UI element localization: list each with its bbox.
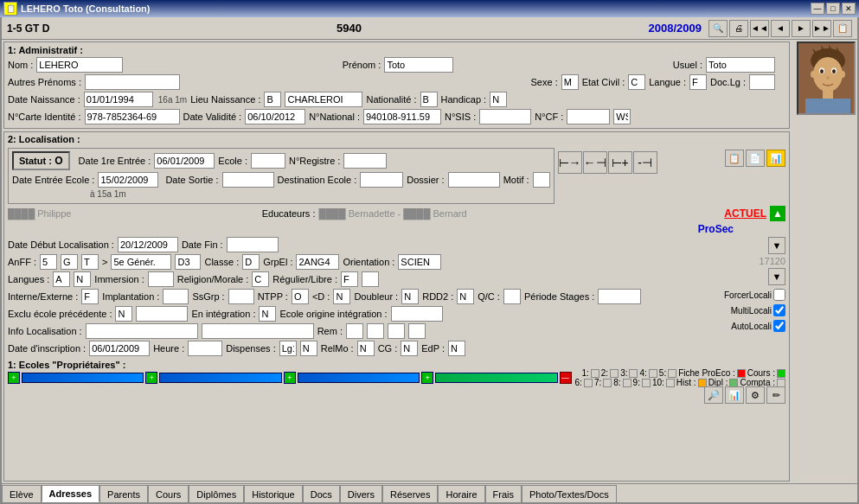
- tab-cours[interactable]: Cours: [148, 485, 189, 502]
- clipboard-icon-btn[interactable]: 📋: [833, 20, 852, 37]
- langues-input[interactable]: [53, 271, 70, 287]
- regulier-input[interactable]: [341, 271, 358, 287]
- nav-first-loc-btn[interactable]: ⊢→: [558, 151, 582, 174]
- dispenses-n-input[interactable]: [300, 341, 317, 356]
- exclu-val-input[interactable]: [136, 306, 188, 322]
- tab-adresses[interactable]: Adresses: [42, 485, 100, 502]
- classe-input[interactable]: [242, 254, 260, 270]
- auto-locali-checkbox[interactable]: [773, 320, 785, 332]
- nav-del-btn[interactable]: -⊣: [633, 151, 657, 174]
- date-debut-loc-input[interactable]: [118, 237, 178, 252]
- ncf-input[interactable]: [567, 109, 610, 124]
- down-arrow-btn2[interactable]: ▼: [768, 268, 785, 285]
- date-fin-input[interactable]: [227, 237, 279, 252]
- tab-docs[interactable]: Docs: [303, 485, 340, 502]
- ssgrp-input[interactable]: [228, 289, 254, 304]
- religion-input[interactable]: [252, 271, 269, 287]
- search-icon-btn[interactable]: 🔍: [708, 20, 728, 37]
- ecole-origine-input[interactable]: [391, 306, 443, 322]
- rem-input3[interactable]: [388, 323, 405, 339]
- date-validite-input[interactable]: [245, 109, 305, 124]
- gear-btn[interactable]: ⚙: [746, 386, 765, 404]
- periode-stages-input[interactable]: [598, 289, 641, 304]
- langues-n-input[interactable]: [74, 271, 91, 287]
- rem-input1[interactable]: [346, 323, 363, 339]
- doc-lg-input[interactable]: [749, 74, 775, 90]
- info-loc-input2[interactable]: [202, 323, 314, 339]
- tab-historique[interactable]: Historique: [244, 485, 303, 502]
- T-input[interactable]: [81, 254, 99, 270]
- printer-icon-btn[interactable]: 🖨: [729, 20, 748, 37]
- langue-input[interactable]: [689, 74, 707, 90]
- ecole-input[interactable]: [251, 153, 285, 169]
- cg-input[interactable]: [401, 341, 418, 356]
- heure-input[interactable]: [188, 341, 222, 356]
- ecoles-add-btn[interactable]: +: [8, 372, 20, 384]
- tab-horaire[interactable]: Horaire: [438, 485, 484, 502]
- nav-add-btn[interactable]: ⊢+: [608, 151, 632, 174]
- dispenses-lg1-input[interactable]: [279, 341, 297, 356]
- action-btn-1[interactable]: 📋: [725, 150, 744, 167]
- anff-input[interactable]: [40, 254, 57, 270]
- qc-input[interactable]: [503, 289, 521, 304]
- maximize-button[interactable]: □: [826, 3, 840, 15]
- nnational-input[interactable]: [363, 109, 441, 124]
- nav-next-btn[interactable]: ►: [792, 20, 811, 37]
- date-naissance-input[interactable]: [84, 92, 153, 107]
- date-inscription-input[interactable]: [89, 341, 150, 356]
- ncarte-input[interactable]: [85, 109, 180, 124]
- tab-diplomes[interactable]: Diplômes: [189, 485, 244, 502]
- date-sortie-input[interactable]: [222, 172, 274, 188]
- dest-ecole-input[interactable]: [360, 172, 403, 188]
- autres-prenoms-input[interactable]: [85, 74, 180, 90]
- edp-input[interactable]: [448, 341, 465, 356]
- nav-prev-loc-btn[interactable]: ←⊣: [583, 151, 607, 174]
- actuel-arrow-up[interactable]: ▲: [770, 206, 785, 221]
- orientation-input[interactable]: [398, 254, 441, 270]
- dN-input[interactable]: [333, 289, 350, 304]
- grpel-input[interactable]: [296, 254, 339, 270]
- chart-btn[interactable]: 📊: [725, 386, 744, 404]
- tab-eleve[interactable]: Elève: [2, 485, 42, 502]
- implantation-input[interactable]: [163, 289, 189, 304]
- usuel-input[interactable]: [706, 57, 775, 73]
- sexe-input[interactable]: [561, 74, 579, 90]
- segen-input[interactable]: [111, 254, 171, 270]
- actuel-button[interactable]: ACTUEL: [724, 207, 766, 220]
- nav-prev-btn[interactable]: ◄: [771, 20, 790, 37]
- tab-divers[interactable]: Divers: [340, 485, 382, 502]
- en-integration-input[interactable]: [259, 306, 276, 322]
- nom-input[interactable]: [36, 57, 123, 73]
- date-entree-input[interactable]: [98, 172, 158, 188]
- handicap-input[interactable]: [490, 92, 507, 107]
- regulier-input2[interactable]: [362, 271, 379, 287]
- ws-input[interactable]: [613, 109, 631, 124]
- info-loc-input[interactable]: [86, 323, 198, 339]
- nsis-input[interactable]: [479, 109, 531, 124]
- nav-last-btn[interactable]: ►►: [812, 20, 831, 37]
- ecoles-add-btn3[interactable]: +: [284, 372, 296, 384]
- nregistre-input[interactable]: [343, 153, 387, 169]
- tab-frais[interactable]: Frais: [485, 485, 522, 502]
- dossier-input[interactable]: [448, 172, 500, 188]
- action-btn-2[interactable]: 📄: [746, 150, 765, 167]
- tab-reserves[interactable]: Réserves: [382, 485, 438, 502]
- close-button[interactable]: ✕: [842, 3, 856, 15]
- minimize-button[interactable]: —: [811, 3, 824, 15]
- rem-input4[interactable]: [408, 323, 426, 339]
- pencil-btn[interactable]: ✏: [766, 386, 785, 404]
- lieu-naissance-ville-input[interactable]: [285, 92, 362, 107]
- lieu-naissance-code-input[interactable]: [264, 92, 281, 107]
- G-input[interactable]: [61, 254, 78, 270]
- motif-input[interactable]: [533, 172, 550, 188]
- rdd2-input[interactable]: [457, 289, 474, 304]
- rem-input2[interactable]: [367, 323, 384, 339]
- action-btn-3[interactable]: 📊: [766, 150, 785, 167]
- tab-parents[interactable]: Parents: [99, 485, 148, 502]
- tab-photo-textes-docs[interactable]: Photo/Textes/Docs: [522, 485, 617, 502]
- exclu-input[interactable]: [115, 306, 132, 322]
- interne-input[interactable]: [81, 289, 99, 304]
- nav-first-btn[interactable]: ◄◄: [750, 20, 769, 37]
- magnifier-btn[interactable]: 🔎: [704, 386, 723, 404]
- down-arrow-btn[interactable]: ▼: [768, 237, 785, 254]
